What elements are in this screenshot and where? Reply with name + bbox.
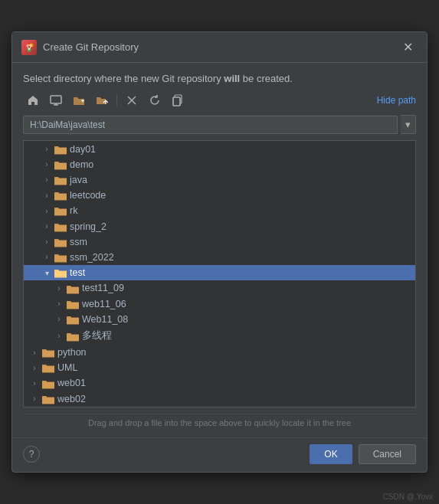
close-button[interactable]: ✕ <box>398 38 418 56</box>
chevron-icon: › <box>42 191 51 200</box>
hide-path-button[interactable]: Hide path <box>377 95 416 106</box>
dialog-body: Select directory where the new Git repos… <box>12 63 427 437</box>
tree-item-label: Web11_08 <box>82 314 128 325</box>
tree-item-label: spring_2 <box>70 221 106 232</box>
tree-item[interactable]: › ssm_2022 <box>24 250 415 265</box>
chevron-icon: › <box>42 253 51 261</box>
tree-item-label: web11_06 <box>82 299 126 309</box>
file-tree[interactable]: › day01› demo› java› leetcode› rk› sprin… <box>23 140 416 407</box>
dialog-subtitle: Select directory where the new Git repos… <box>23 72 416 86</box>
new-folder-button[interactable] <box>69 92 89 109</box>
separator1 <box>116 94 117 106</box>
tree-item[interactable]: › UML <box>24 360 415 375</box>
ok-button[interactable]: OK <box>310 444 352 464</box>
folder-icon <box>67 314 82 325</box>
chevron-icon: › <box>54 332 64 340</box>
tree-item-label: ssm_2022 <box>70 252 114 263</box>
path-input[interactable] <box>23 116 398 134</box>
chevron-icon: › <box>42 237 51 246</box>
folder-icon <box>54 190 70 201</box>
tree-item[interactable]: › 多线程 <box>24 327 415 345</box>
create-git-repo-dialog: Create Git Repository ✕ Select directory… <box>11 31 428 472</box>
svg-rect-6 <box>51 96 61 103</box>
watermark: CSDN @.Yovx <box>383 493 433 501</box>
refresh-button[interactable] <box>145 92 165 109</box>
path-bar: ▾ <box>23 115 416 134</box>
tree-item[interactable]: › spring_2 <box>24 218 415 234</box>
tree-item[interactable]: › rk <box>24 203 415 218</box>
svg-rect-10 <box>83 100 84 103</box>
tree-item-label: test11_09 <box>82 283 124 293</box>
desktop-button[interactable] <box>46 92 66 109</box>
folder-icon <box>42 378 57 388</box>
folder-icon <box>54 143 70 154</box>
home-button[interactable] <box>23 92 43 109</box>
chevron-icon: › <box>54 315 64 323</box>
tree-item-label: demo <box>70 159 93 170</box>
footer-actions: OK Cancel <box>310 444 416 464</box>
app-icon <box>21 40 37 55</box>
tree-item-label: web01 <box>57 378 86 388</box>
chevron-icon: › <box>42 145 51 153</box>
tree-item[interactable]: › day01 <box>24 141 415 156</box>
chevron-icon: › <box>54 299 64 308</box>
tree-item-label: python <box>57 347 87 358</box>
chevron-icon: › <box>30 364 39 372</box>
folder-icon <box>54 237 70 247</box>
folder-icon <box>67 299 82 309</box>
tree-item[interactable]: › web02 <box>24 391 415 407</box>
tree-item[interactable]: › Web11_08 <box>24 312 415 327</box>
chevron-icon: › <box>30 349 39 357</box>
tree-item-label: ssm <box>70 237 87 247</box>
tree-item-label: leetcode <box>70 190 106 201</box>
chevron-icon: › <box>42 175 51 184</box>
chevron-icon: › <box>42 207 51 215</box>
tree-item[interactable]: › ssm <box>24 234 415 250</box>
chevron-icon: › <box>42 160 51 169</box>
tree-item[interactable]: › leetcode <box>24 188 415 203</box>
tree-item[interactable]: › java <box>24 172 415 188</box>
chevron-icon: › <box>30 379 39 388</box>
chevron-icon: › <box>54 284 64 293</box>
path-dropdown-button[interactable]: ▾ <box>401 115 416 134</box>
svg-rect-15 <box>173 97 180 106</box>
chevron-icon: › <box>30 394 39 403</box>
folder-icon <box>54 252 70 263</box>
delete-button[interactable] <box>122 92 142 109</box>
tree-item-label: java <box>70 175 87 185</box>
title-bar-left: Create Git Repository <box>21 40 139 55</box>
tree-item-label: day01 <box>70 144 96 155</box>
tree-item-label: UML <box>57 362 77 373</box>
cancel-button[interactable]: Cancel <box>359 444 416 464</box>
folder-icon <box>67 283 82 293</box>
tree-item-label: rk <box>70 205 77 216</box>
folder-icon <box>42 362 57 373</box>
folder-icon <box>54 159 70 170</box>
folder-icon <box>54 175 70 185</box>
chevron-icon: › <box>42 222 51 231</box>
tree-item[interactable]: › demo <box>24 157 415 172</box>
toolbar: Hide path <box>23 92 416 109</box>
tree-item-label: test <box>70 267 85 278</box>
copy-path-button[interactable] <box>168 92 188 109</box>
title-bar: Create Git Repository ✕ <box>12 32 427 63</box>
drag-hint: Drag and drop a file into the space abov… <box>23 414 416 431</box>
folder-icon <box>67 330 82 341</box>
dialog-title: Create Git Repository <box>43 41 139 53</box>
tree-item-label: 多线程 <box>82 329 112 342</box>
new-folder2-button[interactable] <box>92 92 112 109</box>
folder-icon <box>42 394 57 404</box>
tree-item-label: web02 <box>57 394 86 404</box>
folder-icon <box>54 267 70 278</box>
dialog-footer: ? OK Cancel <box>12 437 427 472</box>
tree-item[interactable]: › test11_09 <box>24 280 415 296</box>
chevron-icon: ▾ <box>42 269 51 277</box>
tree-item[interactable]: › web11_06 <box>24 296 415 312</box>
tree-item[interactable]: › python <box>24 345 415 360</box>
folder-icon <box>54 221 70 231</box>
help-button[interactable]: ? <box>23 446 40 463</box>
folder-icon <box>42 347 57 358</box>
tree-item[interactable]: › web01 <box>24 375 415 391</box>
folder-icon <box>54 205 70 216</box>
tree-item[interactable]: ▾ test <box>24 265 415 280</box>
